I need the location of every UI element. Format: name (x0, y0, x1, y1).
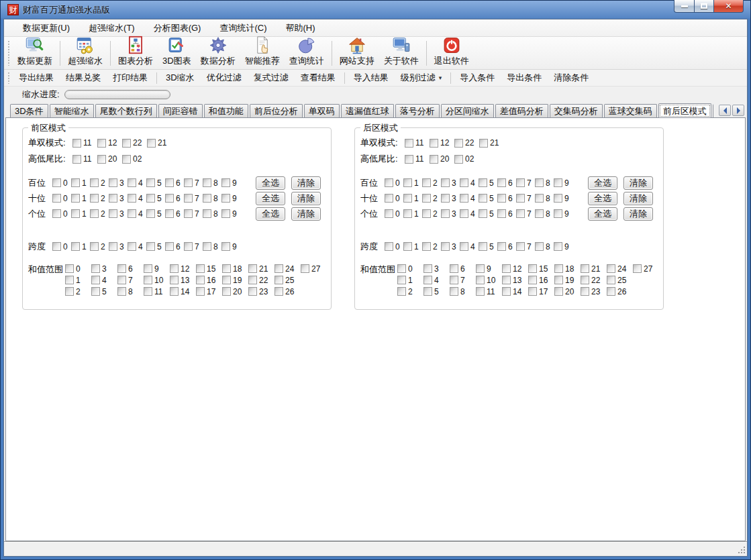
checkbox-option[interactable]: 19 (554, 276, 581, 285)
checkbox-option[interactable]: 10 (476, 276, 502, 285)
checkbox[interactable] (528, 264, 537, 273)
checkbox[interactable] (128, 194, 136, 203)
tab-6[interactable]: 单双码 (304, 104, 340, 117)
checkbox[interactable] (397, 264, 406, 273)
checkbox-option[interactable]: 9 (476, 264, 502, 274)
checkbox-option[interactable]: 8 (535, 242, 554, 251)
checkbox-option[interactable]: 4 (460, 242, 479, 251)
checkbox-option[interactable]: 27 (301, 264, 327, 274)
checkbox-option[interactable]: 9 (144, 264, 170, 274)
checkbox-option[interactable]: 3 (441, 209, 460, 219)
checkbox[interactable] (221, 209, 230, 218)
checkbox-option[interactable]: 13 (170, 276, 196, 285)
checkbox-option[interactable]: 5 (146, 194, 165, 203)
checkbox[interactable] (476, 264, 485, 273)
checkbox-option[interactable]: 11 (476, 287, 502, 296)
toolbar-button[interactable]: 导入条件 (454, 70, 501, 86)
checkbox[interactable] (441, 194, 450, 203)
menu-item[interactable]: 帮助(H) (276, 20, 324, 36)
checkbox-option[interactable]: 6 (497, 209, 516, 219)
toolbar-button[interactable]: 超强缩水 (63, 38, 107, 68)
tab-7[interactable]: 遗漏值红球 (341, 104, 394, 117)
checkbox-option[interactable]: 3 (109, 178, 128, 188)
checkbox-option[interactable]: 1 (71, 242, 90, 251)
checkbox[interactable] (479, 194, 487, 203)
checkbox[interactable] (65, 276, 74, 284)
checkbox-option[interactable]: 7 (450, 276, 476, 285)
checkbox-option[interactable]: 16 (196, 276, 222, 285)
toolbar-button[interactable]: 退出软件 (430, 38, 474, 68)
checkbox-option[interactable]: 8 (535, 194, 554, 203)
checkbox[interactable] (222, 276, 231, 284)
checkbox[interactable] (71, 178, 80, 187)
checkbox-option[interactable]: 3 (441, 178, 460, 188)
checkbox[interactable] (170, 264, 179, 273)
checkbox[interactable] (52, 178, 61, 187)
checkbox[interactable] (454, 155, 463, 164)
checkbox[interactable] (528, 287, 537, 296)
checkbox-option[interactable]: 9 (221, 178, 240, 188)
checkbox-option[interactable]: 12 (430, 138, 454, 148)
checkbox[interactable] (109, 178, 117, 187)
select-all-button[interactable]: 全选 (588, 176, 617, 190)
checkbox-option[interactable]: 22 (248, 276, 274, 285)
checkbox[interactable] (274, 264, 283, 273)
menu-item[interactable]: 超强缩水(T) (79, 20, 144, 36)
checkbox-option[interactable]: 0 (397, 264, 423, 274)
checkbox-option[interactable]: 10 (144, 276, 170, 285)
checkbox-option[interactable]: 2 (422, 242, 441, 251)
toolbar-button[interactable]: 优化过滤 (201, 70, 248, 86)
tab-10[interactable]: 差值码分析 (495, 104, 548, 117)
checkbox-option[interactable]: 25 (274, 276, 301, 285)
checkbox-option[interactable]: 12 (170, 264, 196, 274)
checkbox[interactable] (535, 178, 544, 187)
toolbar-button[interactable]: 结果兑奖 (60, 70, 107, 86)
checkbox[interactable] (516, 242, 525, 251)
checkbox[interactable] (165, 194, 174, 203)
toolbar-button[interactable]: 网站支持 (335, 38, 379, 68)
checkbox[interactable] (385, 209, 393, 218)
checkbox[interactable] (497, 178, 506, 187)
checkbox[interactable] (72, 155, 81, 164)
checkbox[interactable] (221, 194, 230, 203)
checkbox[interactable] (109, 242, 117, 251)
checkbox-option[interactable]: 21 (581, 264, 607, 274)
checkbox-option[interactable]: 22 (454, 138, 479, 148)
checkbox[interactable] (71, 209, 80, 218)
checkbox[interactable] (91, 287, 100, 296)
checkbox[interactable] (301, 264, 309, 273)
checkbox[interactable] (422, 194, 431, 203)
select-all-button[interactable]: 全选 (256, 207, 285, 221)
checkbox-option[interactable]: 24 (607, 264, 633, 274)
checkbox[interactable] (607, 276, 615, 284)
checkbox-option[interactable]: 1 (403, 242, 422, 251)
checkbox[interactable] (122, 155, 131, 164)
checkbox[interactable] (170, 287, 179, 296)
checkbox-option[interactable]: 7 (516, 242, 535, 251)
checkbox-option[interactable]: 9 (554, 242, 572, 251)
checkbox[interactable] (385, 178, 393, 187)
toolbar-button[interactable]: 查询统计 (285, 38, 329, 68)
checkbox[interactable] (502, 276, 511, 284)
checkbox-option[interactable]: 11 (72, 138, 97, 148)
checkbox-option[interactable]: 1 (71, 209, 90, 219)
checkbox[interactable] (497, 194, 506, 203)
checkbox-option[interactable]: 18 (222, 264, 248, 274)
checkbox-option[interactable]: 20 (554, 287, 581, 296)
checkbox[interactable] (423, 264, 432, 273)
tab-scroll-right-button[interactable] (732, 105, 744, 116)
checkbox-option[interactable]: 7 (516, 209, 535, 219)
checkbox-option[interactable]: 6 (117, 264, 144, 274)
checkbox[interactable] (144, 276, 152, 284)
checkbox-option[interactable]: 0 (385, 242, 403, 251)
tab-3[interactable]: 间距容错 (158, 104, 203, 117)
clear-button[interactable]: 清除 (291, 207, 321, 221)
checkbox[interactable] (65, 287, 74, 296)
checkbox-option[interactable]: 24 (274, 264, 301, 274)
checkbox[interactable] (170, 276, 179, 284)
checkbox[interactable] (203, 209, 211, 218)
checkbox-option[interactable]: 13 (502, 276, 528, 285)
checkbox[interactable] (535, 194, 544, 203)
checkbox-option[interactable]: 7 (516, 178, 535, 188)
checkbox-option[interactable]: 3 (441, 194, 460, 203)
